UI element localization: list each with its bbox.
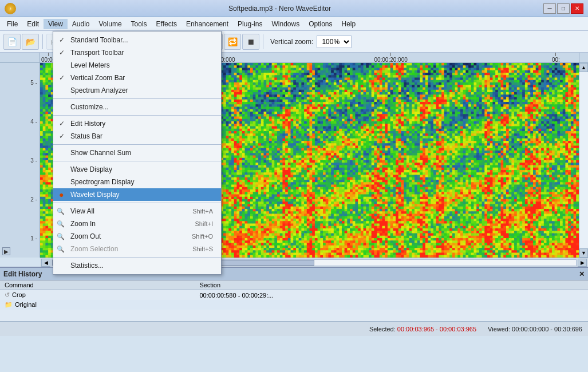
y-label-2: 2 - xyxy=(30,196,37,203)
menu-zoom-selection[interactable]: 🔍 Zoom Selection Shift+S xyxy=(53,243,221,255)
scroll-left-button[interactable]: ◀ xyxy=(41,259,50,267)
vertical-scrollbar[interactable]: ▲ ▼ xyxy=(579,63,588,258)
crop-icon: ↺ xyxy=(5,291,10,298)
menu-help[interactable]: Help xyxy=(337,19,361,29)
menu-spectrogram-display[interactable]: Spectrogram Display xyxy=(53,176,221,188)
ruler-corner xyxy=(0,53,40,63)
menu-item-label: Zoom Out xyxy=(70,232,101,240)
menu-tools[interactable]: Tools xyxy=(127,19,152,29)
y-label-1: 1 - xyxy=(30,235,37,242)
folder-icon: 📁 xyxy=(5,301,13,308)
check-icon: ✓ xyxy=(59,120,65,128)
menu-edit[interactable]: Edit xyxy=(22,19,44,29)
menu-item-label: Statistics... xyxy=(70,262,104,270)
menu-view-all[interactable]: 🔍 View All Shift+A xyxy=(53,205,221,217)
separator-3 xyxy=(53,144,221,145)
selected-status: Selected: 00:00:03:965 - 00:00:03:965 xyxy=(369,326,476,333)
close-button[interactable]: ✕ xyxy=(571,3,583,14)
y-nav-button[interactable]: ▶ xyxy=(2,247,10,255)
open-button[interactable]: 📂 xyxy=(22,34,39,50)
table-row: ↺Crop 00:00:00:580 - 00:00:29:... xyxy=(0,290,588,300)
y-label-5: 5 - xyxy=(30,80,37,86)
toolbar-separator-1 xyxy=(42,34,43,49)
maximize-button[interactable]: □ xyxy=(557,3,570,14)
menu-item-label: Wavelet Display xyxy=(70,191,120,199)
viewed-status: Viewed: 00:00:00:000 - 00:30:696 xyxy=(488,326,582,333)
menu-file[interactable]: File xyxy=(2,19,22,29)
menu-item-label: Level Meters xyxy=(70,61,110,69)
selected-label: Selected: xyxy=(369,326,396,333)
menu-item-label: Zoom Selection xyxy=(70,245,118,253)
menu-item-label: Wave Display xyxy=(70,165,112,173)
menu-item-label: Zoom In xyxy=(70,220,96,228)
toolbar-separator-4 xyxy=(263,34,263,49)
menu-item-label: View All xyxy=(70,207,94,215)
titlebar: ♪ Softpedia.mp3 - Nero WaveEditor ─ □ ✕ xyxy=(0,0,588,17)
menu-vertical-zoom-bar[interactable]: ✓ Vertical Zoom Bar xyxy=(53,72,221,84)
menu-show-channel-sum[interactable]: Show Channel Sum xyxy=(53,147,221,159)
scroll-right-button[interactable]: ▶ xyxy=(578,259,587,267)
check-icon: ✓ xyxy=(59,49,65,57)
selected-value: 00:00:03:965 - 00:00:03:965 xyxy=(397,326,476,333)
menu-audio[interactable]: Audio xyxy=(68,19,94,29)
menu-view[interactable]: View xyxy=(44,19,68,29)
zoom-selection-icon: 🔍 xyxy=(57,246,65,253)
edit-history-content: Command Section ↺Crop 00:00:00:580 - 00:… xyxy=(0,280,588,322)
menubar: File Edit View Audio Volume Tools Effect… xyxy=(0,17,588,31)
menu-standard-toolbar[interactable]: ✓ Standard Toolbar... xyxy=(53,34,221,46)
menu-item-label: Transport Toolbar xyxy=(70,49,124,57)
menu-options[interactable]: Options xyxy=(304,19,337,29)
menu-edit-history[interactable]: ✓ Edit History xyxy=(53,117,221,130)
new-button[interactable]: 📄 xyxy=(3,34,21,50)
y-axis: 5 - 4 - 3 - 2 - 1 - ▶ xyxy=(0,63,40,258)
menu-level-meters[interactable]: Level Meters xyxy=(53,59,221,72)
loop-button[interactable]: 🔁 xyxy=(224,34,241,50)
y-label-3: 3 - xyxy=(30,157,37,164)
minimize-button[interactable]: ─ xyxy=(543,3,556,14)
stop-button[interactable]: ⏹ xyxy=(242,34,259,50)
menu-customize[interactable]: Customize... xyxy=(53,101,221,113)
scroll-down-button[interactable]: ▼ xyxy=(579,248,588,258)
view-all-icon: 🔍 xyxy=(57,208,65,215)
shortcut-label: Shift+I xyxy=(184,220,214,227)
menu-wave-display[interactable]: Wave Display xyxy=(53,163,221,176)
scroll-track-vertical xyxy=(579,72,588,248)
separator-1 xyxy=(53,98,221,99)
vertical-zoom-select[interactable]: 100% 50% 200% xyxy=(317,35,352,48)
shortcut-label: Shift+O xyxy=(180,233,213,240)
menu-windows[interactable]: Windows xyxy=(267,19,304,29)
history-section-1 xyxy=(195,300,588,310)
menu-item-label: Standard Toolbar... xyxy=(70,36,128,44)
y-label-4: 4 - xyxy=(30,118,37,125)
shortcut-label: Shift+S xyxy=(181,246,213,252)
check-icon: ✓ xyxy=(59,36,65,44)
menu-enhancement[interactable]: Enhancement xyxy=(181,19,233,29)
menu-zoom-in[interactable]: 🔍 Zoom In Shift+I xyxy=(53,217,221,230)
table-row: 📁Original xyxy=(0,300,588,310)
menu-item-label: Status Bar xyxy=(70,132,102,140)
edit-history-close[interactable]: ✕ xyxy=(579,270,585,278)
menu-volume[interactable]: Volume xyxy=(94,19,127,29)
menu-zoom-out[interactable]: 🔍 Zoom Out Shift+O xyxy=(53,230,221,243)
menu-spectrum-analyzer[interactable]: Spectrum Analyzer xyxy=(53,84,221,97)
history-command-1: 📁Original xyxy=(0,300,195,310)
menu-statistics[interactable]: Statistics... xyxy=(53,259,221,272)
view-menu-dropdown: ✓ Standard Toolbar... ✓ Transport Toolba… xyxy=(53,31,222,275)
menu-item-label: Vertical Zoom Bar xyxy=(70,74,125,82)
statusbar: Selected: 00:00:03:965 - 00:00:03:965 Vi… xyxy=(0,321,588,336)
viewed-label: Viewed: xyxy=(488,326,510,333)
history-section-0: 00:00:00:580 - 00:00:29:... xyxy=(195,290,588,300)
menu-transport-toolbar[interactable]: ✓ Transport Toolbar xyxy=(53,46,221,59)
menu-status-bar[interactable]: ✓ Status Bar xyxy=(53,130,221,143)
edit-history-title: Edit History xyxy=(3,270,42,278)
check-icon: ✓ xyxy=(59,132,65,140)
menu-effects[interactable]: Effects xyxy=(152,19,181,29)
scroll-up-button[interactable]: ▲ xyxy=(579,63,588,72)
ruler-scrollbar-corner xyxy=(579,53,588,63)
menu-plugins[interactable]: Plug-ins xyxy=(233,19,267,29)
ruler-tick-3: 00: xyxy=(552,53,560,63)
menu-item-label: Spectrogram Display xyxy=(70,178,134,186)
zoom-in-icon: 🔍 xyxy=(57,220,65,228)
menu-item-label: Show Channel Sum xyxy=(70,149,131,157)
menu-wavelet-display[interactable]: ● Wavelet Display xyxy=(53,188,221,201)
